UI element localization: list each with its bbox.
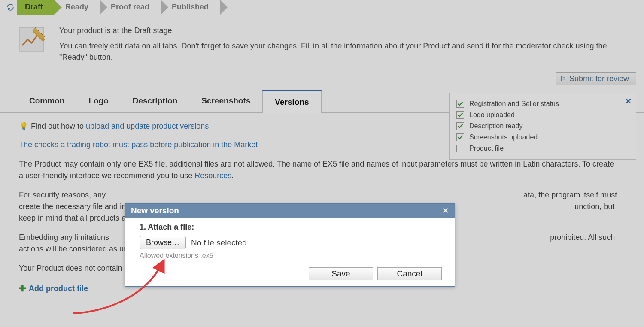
stage-proofread[interactable]: Proof read xyxy=(100,0,161,15)
lightbulb-icon: 💡 xyxy=(19,121,28,132)
para-product-suffix: . xyxy=(231,171,234,180)
refresh-icon[interactable] xyxy=(3,0,17,15)
para-embedding-prefix: Embedding any limitations xyxy=(19,233,111,242)
check-label: Screenshots uploaded xyxy=(469,133,538,141)
check-logo: Logo uploaded xyxy=(456,109,629,121)
add-file-label: Add product file xyxy=(29,283,88,294)
new-version-modal: New version ✕ 1. Attach a file: Browse… … xyxy=(125,203,455,287)
check-screenshots: Screenshots uploaded xyxy=(456,132,629,143)
no-file-text: No file selected. xyxy=(191,238,249,248)
resources-link[interactable]: Resources xyxy=(194,171,231,180)
checkbox-checked-icon xyxy=(456,122,464,130)
stage-breadcrumb: Draft Ready Proof read Published xyxy=(0,0,644,15)
flag-icon: 🏳 xyxy=(560,75,566,82)
draft-stage-icon xyxy=(17,25,48,56)
modal-step-label: 1. Attach a file: xyxy=(140,223,446,232)
tab-description[interactable]: Description xyxy=(121,90,190,112)
info-line2: You can freely edit data on all tabs. Do… xyxy=(59,40,627,63)
checkbox-checked-icon xyxy=(456,111,464,119)
para-product-prefix: The Product may contain only one EX5 fil… xyxy=(19,160,614,180)
para-security-prefix: For security reasons, any xyxy=(19,191,108,199)
add-product-file-link[interactable]: ✚ Add product file xyxy=(19,282,88,295)
check-label: Product file xyxy=(469,145,504,152)
allowed-extensions-text: Allowed extensions .ex5 xyxy=(140,252,446,260)
modal-close-icon[interactable]: ✕ xyxy=(442,206,449,215)
submit-button-label: Submit for review xyxy=(569,74,629,83)
tab-versions[interactable]: Versions xyxy=(262,90,321,113)
info-text: Your product is at the Draft stage. You … xyxy=(59,25,627,67)
check-label: Logo uploaded xyxy=(469,111,515,119)
tab-logo[interactable]: Logo xyxy=(76,90,120,112)
browse-button[interactable]: Browse… xyxy=(140,236,186,249)
modal-actions: Save Cancel xyxy=(140,260,446,280)
submit-for-review-button[interactable]: 🏳 Submit for review xyxy=(556,72,636,85)
stage-published[interactable]: Published xyxy=(161,0,220,15)
modal-title-text: New version xyxy=(131,206,179,215)
checkbox-checked-icon xyxy=(456,100,464,108)
info-line1: Your product is at the Draft stage. xyxy=(59,25,627,36)
plus-icon: ✚ xyxy=(19,282,26,295)
info-box: Your product is at the Draft stage. You … xyxy=(0,15,644,71)
hint-prefix: Find out how to xyxy=(31,122,86,130)
svg-rect-0 xyxy=(20,27,44,51)
checklist-panel: ✕ Registration and Seller status Logo up… xyxy=(449,93,636,160)
tab-common[interactable]: Common xyxy=(17,90,76,112)
check-description: Description ready xyxy=(456,121,629,132)
hint-link[interactable]: upload and update product versions xyxy=(86,122,209,130)
close-icon[interactable]: ✕ xyxy=(625,97,632,106)
modal-body: 1. Attach a file: Browse… No file select… xyxy=(125,218,455,286)
save-button[interactable]: Save xyxy=(309,267,373,280)
checks-link[interactable]: The checks a trading robot must pass bef… xyxy=(19,140,258,149)
file-row: Browse… No file selected. xyxy=(140,236,446,249)
cancel-button[interactable]: Cancel xyxy=(377,267,442,280)
modal-titlebar: New version ✕ xyxy=(125,204,455,218)
stage-draft[interactable]: Draft xyxy=(17,0,54,15)
checkbox-checked-icon xyxy=(456,133,464,141)
tab-screenshots[interactable]: Screenshots xyxy=(189,90,262,112)
check-label: Registration and Seller status xyxy=(469,100,559,108)
check-product-file: Product file xyxy=(456,143,629,154)
checkbox-unchecked-icon xyxy=(456,145,464,152)
para-product: The Product may contain only one EX5 fil… xyxy=(19,158,620,182)
page-root: Draft Ready Proof read Published Your pr… xyxy=(0,0,644,327)
check-label: Description ready xyxy=(469,122,523,130)
check-registration: Registration and Seller status xyxy=(456,98,629,109)
